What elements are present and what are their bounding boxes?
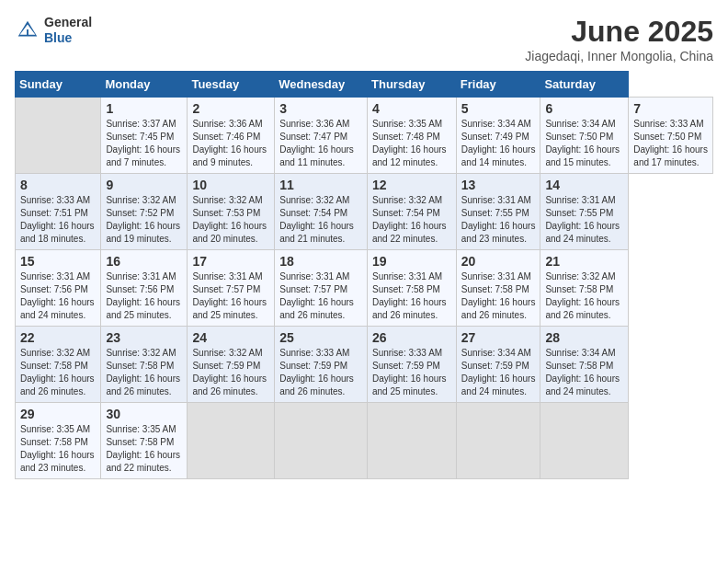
day-number: 16 — [106, 254, 182, 269]
calendar-cell — [188, 403, 275, 479]
day-number: 10 — [192, 178, 269, 192]
day-number: 21 — [545, 254, 623, 269]
calendar-cell: 17Sunrise: 3:31 AMSunset: 7:57 PMDayligh… — [188, 250, 275, 327]
calendar-cell: 23Sunrise: 3:32 AMSunset: 7:58 PMDayligh… — [101, 327, 188, 403]
header-day-wednesday: Wednesday — [275, 72, 368, 98]
day-info: Sunrise: 3:36 AMSunset: 7:47 PMDaylight:… — [279, 118, 362, 169]
day-number: 13 — [461, 178, 536, 192]
day-info: Sunrise: 3:34 AMSunset: 7:49 PMDaylight:… — [461, 118, 536, 169]
calendar-cell: 13Sunrise: 3:31 AMSunset: 7:55 PMDayligh… — [456, 174, 540, 250]
day-info: Sunrise: 3:31 AMSunset: 7:57 PMDaylight:… — [279, 270, 362, 322]
day-info: Sunrise: 3:32 AMSunset: 7:58 PMDaylight:… — [20, 347, 96, 398]
day-info: Sunrise: 3:34 AMSunset: 7:59 PMDaylight:… — [461, 347, 536, 398]
calendar-cell — [16, 98, 101, 174]
calendar-cell: 6Sunrise: 3:34 AMSunset: 7:50 PMDaylight… — [540, 98, 629, 174]
day-info: Sunrise: 3:33 AMSunset: 7:59 PMDaylight:… — [372, 347, 451, 398]
calendar-cell: 27Sunrise: 3:34 AMSunset: 7:59 PMDayligh… — [456, 327, 540, 403]
calendar-cell: 3Sunrise: 3:36 AMSunset: 7:47 PMDaylight… — [275, 98, 368, 174]
day-number: 22 — [20, 330, 96, 345]
day-info: Sunrise: 3:34 AMSunset: 7:50 PMDaylight:… — [545, 118, 623, 169]
day-number: 9 — [106, 178, 182, 192]
day-number: 23 — [106, 330, 182, 345]
calendar-cell: 7Sunrise: 3:33 AMSunset: 7:50 PMDaylight… — [629, 98, 713, 174]
day-info: Sunrise: 3:33 AMSunset: 7:50 PMDaylight:… — [633, 118, 708, 169]
day-info: Sunrise: 3:32 AMSunset: 7:54 PMDaylight:… — [372, 194, 451, 246]
calendar-cell: 12Sunrise: 3:32 AMSunset: 7:54 PMDayligh… — [368, 174, 457, 250]
calendar-cell: 5Sunrise: 3:34 AMSunset: 7:49 PMDaylight… — [456, 98, 540, 174]
calendar-cell: 14Sunrise: 3:31 AMSunset: 7:55 PMDayligh… — [540, 174, 629, 250]
header-day-tuesday: Tuesday — [188, 72, 275, 98]
day-info: Sunrise: 3:35 AMSunset: 7:58 PMDaylight:… — [106, 423, 182, 475]
day-number: 24 — [192, 330, 269, 345]
logo-icon — [15, 17, 40, 43]
calendar-cell — [275, 403, 368, 479]
day-number: 5 — [461, 101, 536, 116]
calendar-cell: 11Sunrise: 3:32 AMSunset: 7:54 PMDayligh… — [275, 174, 368, 250]
week-row-3: 15Sunrise: 3:31 AMSunset: 7:56 PMDayligh… — [16, 250, 713, 327]
title-area: June 2025 Jiagedaqi, Inner Mongolia, Chi… — [525, 15, 713, 63]
day-number: 19 — [372, 254, 451, 269]
logo: General Blue — [15, 15, 92, 46]
day-info: Sunrise: 3:34 AMSunset: 7:58 PMDaylight:… — [545, 347, 623, 398]
calendar-cell — [456, 403, 540, 479]
calendar-cell: 1Sunrise: 3:37 AMSunset: 7:45 PMDaylight… — [101, 98, 188, 174]
day-info: Sunrise: 3:37 AMSunset: 7:45 PMDaylight:… — [106, 118, 182, 169]
day-info: Sunrise: 3:35 AMSunset: 7:48 PMDaylight:… — [372, 118, 451, 169]
header-day-friday: Friday — [456, 72, 540, 98]
day-info: Sunrise: 3:32 AMSunset: 7:52 PMDaylight:… — [106, 194, 182, 246]
logo-general: General — [44, 15, 92, 29]
calendar-cell: 24Sunrise: 3:32 AMSunset: 7:59 PMDayligh… — [188, 327, 275, 403]
day-number: 1 — [106, 101, 182, 116]
day-info: Sunrise: 3:31 AMSunset: 7:58 PMDaylight:… — [372, 270, 451, 322]
day-info: Sunrise: 3:31 AMSunset: 7:58 PMDaylight:… — [461, 270, 536, 322]
calendar-cell: 15Sunrise: 3:31 AMSunset: 7:56 PMDayligh… — [16, 250, 101, 327]
day-info: Sunrise: 3:31 AMSunset: 7:55 PMDaylight:… — [545, 194, 623, 246]
day-number: 11 — [279, 178, 362, 192]
day-info: Sunrise: 3:32 AMSunset: 7:59 PMDaylight:… — [192, 347, 269, 398]
day-info: Sunrise: 3:33 AMSunset: 7:59 PMDaylight:… — [279, 347, 362, 398]
day-info: Sunrise: 3:31 AMSunset: 7:57 PMDaylight:… — [192, 270, 269, 322]
day-number: 25 — [279, 330, 362, 345]
day-number: 17 — [192, 254, 269, 269]
calendar-cell: 20Sunrise: 3:31 AMSunset: 7:58 PMDayligh… — [456, 250, 540, 327]
header-day-saturday: Saturday — [540, 72, 629, 98]
day-number: 2 — [192, 101, 269, 116]
header-row: SundayMondayTuesdayWednesdayThursdayFrid… — [16, 72, 713, 98]
day-info: Sunrise: 3:32 AMSunset: 7:58 PMDaylight:… — [545, 270, 623, 322]
calendar-cell: 2Sunrise: 3:36 AMSunset: 7:46 PMDaylight… — [188, 98, 275, 174]
day-number: 7 — [633, 101, 708, 116]
calendar-cell: 28Sunrise: 3:34 AMSunset: 7:58 PMDayligh… — [540, 327, 629, 403]
day-number: 18 — [279, 254, 362, 269]
logo-text: General Blue — [44, 15, 92, 46]
location: Jiagedaqi, Inner Mongolia, China — [525, 49, 713, 63]
day-number: 29 — [20, 407, 96, 421]
calendar-cell: 25Sunrise: 3:33 AMSunset: 7:59 PMDayligh… — [275, 327, 368, 403]
calendar-cell — [540, 403, 629, 479]
calendar-cell: 4Sunrise: 3:35 AMSunset: 7:48 PMDaylight… — [368, 98, 457, 174]
day-number: 3 — [279, 101, 362, 116]
week-row-5: 29Sunrise: 3:35 AMSunset: 7:58 PMDayligh… — [16, 403, 713, 479]
calendar-cell: 30Sunrise: 3:35 AMSunset: 7:58 PMDayligh… — [101, 403, 188, 479]
day-info: Sunrise: 3:36 AMSunset: 7:46 PMDaylight:… — [192, 118, 269, 169]
day-info: Sunrise: 3:32 AMSunset: 7:54 PMDaylight:… — [279, 194, 362, 246]
day-info: Sunrise: 3:31 AMSunset: 7:56 PMDaylight:… — [20, 270, 96, 322]
day-number: 6 — [545, 101, 623, 116]
week-row-2: 8Sunrise: 3:33 AMSunset: 7:51 PMDaylight… — [16, 174, 713, 250]
calendar-cell: 19Sunrise: 3:31 AMSunset: 7:58 PMDayligh… — [368, 250, 457, 327]
day-info: Sunrise: 3:32 AMSunset: 7:58 PMDaylight:… — [106, 347, 182, 398]
day-number: 15 — [20, 254, 96, 269]
month-title: June 2025 — [525, 15, 713, 49]
calendar-cell: 21Sunrise: 3:32 AMSunset: 7:58 PMDayligh… — [540, 250, 629, 327]
day-number: 12 — [372, 178, 451, 192]
calendar-cell: 18Sunrise: 3:31 AMSunset: 7:57 PMDayligh… — [275, 250, 368, 327]
week-row-1: 1Sunrise: 3:37 AMSunset: 7:45 PMDaylight… — [16, 98, 713, 174]
day-number: 26 — [372, 330, 451, 345]
header-day-thursday: Thursday — [368, 72, 457, 98]
day-number: 30 — [106, 407, 182, 421]
day-number: 20 — [461, 254, 536, 269]
calendar-cell: 16Sunrise: 3:31 AMSunset: 7:56 PMDayligh… — [101, 250, 188, 327]
calendar-cell: 29Sunrise: 3:35 AMSunset: 7:58 PMDayligh… — [16, 403, 101, 479]
day-info: Sunrise: 3:33 AMSunset: 7:51 PMDaylight:… — [20, 194, 96, 246]
day-info: Sunrise: 3:35 AMSunset: 7:58 PMDaylight:… — [20, 423, 96, 475]
calendar-cell: 22Sunrise: 3:32 AMSunset: 7:58 PMDayligh… — [16, 327, 101, 403]
